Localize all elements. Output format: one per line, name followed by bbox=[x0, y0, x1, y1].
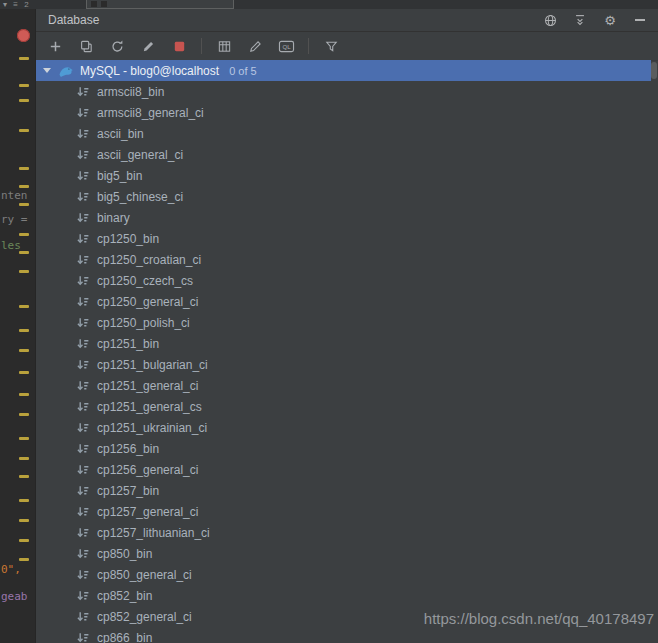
tree-item[interactable]: armscii8_bin bbox=[36, 81, 658, 102]
chevron-down-icon[interactable] bbox=[43, 68, 51, 73]
tree-item[interactable]: cp866_bin bbox=[36, 627, 658, 643]
tree-item[interactable]: cp1250_croatian_ci bbox=[36, 249, 658, 270]
collation-icon bbox=[75, 252, 91, 268]
code-fragment: ry = bbox=[1, 213, 28, 226]
collation-icon bbox=[75, 210, 91, 226]
tree-item-label: big5_bin bbox=[97, 169, 142, 183]
gutter-mark bbox=[19, 185, 29, 188]
tree-item-label: cp1251_bin bbox=[97, 337, 159, 351]
gutter-mark bbox=[19, 413, 29, 416]
gutter-mark bbox=[19, 475, 29, 478]
table-data-icon[interactable] bbox=[215, 37, 233, 55]
tree-item[interactable]: cp1250_bin bbox=[36, 228, 658, 249]
collation-icon bbox=[75, 378, 91, 394]
collation-icon bbox=[75, 567, 91, 583]
tree-item[interactable]: cp850_bin bbox=[36, 543, 658, 564]
titlebar-actions: ⚙ bbox=[542, 9, 648, 31]
tree-item[interactable]: cp1251_ukrainian_ci bbox=[36, 417, 658, 438]
tree-item[interactable]: cp1256_general_ci bbox=[36, 459, 658, 480]
tree-item-label: cp1256_general_ci bbox=[97, 463, 198, 477]
tree-item-label: cp1251_general_ci bbox=[97, 379, 198, 393]
collapse-panel-icon[interactable] bbox=[572, 12, 588, 28]
panel-title: Database bbox=[48, 13, 99, 27]
collation-icon bbox=[75, 105, 91, 121]
stop-icon[interactable] bbox=[170, 37, 188, 55]
tree-item-label: cp1250_croatian_ci bbox=[97, 253, 201, 267]
tree-item[interactable]: cp1250_polish_ci bbox=[36, 312, 658, 333]
tree-item[interactable]: cp852_bin bbox=[36, 585, 658, 606]
collation-icon bbox=[75, 147, 91, 163]
refresh-icon[interactable] bbox=[108, 37, 126, 55]
collation-icon bbox=[75, 525, 91, 541]
tree-item-label: cp1250_polish_ci bbox=[97, 316, 190, 330]
collation-icon bbox=[75, 126, 91, 142]
scrollbar-thumb[interactable] bbox=[651, 62, 657, 79]
duplicate-icon[interactable] bbox=[77, 37, 95, 55]
tree-item-label: cp1257_bin bbox=[97, 484, 159, 498]
collation-icon bbox=[75, 441, 91, 457]
tree-item[interactable]: big5_chinese_ci bbox=[36, 186, 658, 207]
tree-root-mysql[interactable]: MySQL - blog0@localhost 0 of 5 bbox=[36, 60, 651, 81]
schema-count-badge: 0 of 5 bbox=[229, 65, 257, 77]
web-datasource-icon[interactable] bbox=[542, 12, 558, 28]
tree-item[interactable]: cp850_general_ci bbox=[36, 564, 658, 585]
collation-icon bbox=[75, 294, 91, 310]
submit-changes-icon[interactable] bbox=[139, 37, 157, 55]
tree-item[interactable]: cp1250_czech_cs bbox=[36, 270, 658, 291]
settings-gear-icon[interactable]: ⚙ bbox=[602, 12, 618, 28]
collation-icon bbox=[75, 84, 91, 100]
clipped-top-toolbar: ▾ ≡ 2 bbox=[0, 0, 658, 9]
sql-console-icon[interactable]: QL bbox=[277, 37, 295, 55]
minimize-icon[interactable] bbox=[632, 12, 648, 28]
tree-item-label: cp1256_bin bbox=[97, 442, 159, 456]
ide-window: ▾ ≡ 2 ntenry =les0",geab Database bbox=[0, 0, 658, 643]
clipped-icon bbox=[101, 1, 107, 7]
collation-icon bbox=[75, 399, 91, 415]
gutter-mark bbox=[19, 437, 29, 440]
gutter-mark bbox=[19, 305, 29, 308]
database-tree: MySQL - blog0@localhost 0 of 5 armscii8_… bbox=[36, 60, 658, 643]
tree-item-label: cp1251_general_cs bbox=[97, 400, 202, 414]
collation-icon bbox=[75, 357, 91, 373]
tree-item[interactable]: cp1256_bin bbox=[36, 438, 658, 459]
tree-item[interactable]: cp1257_bin bbox=[36, 480, 658, 501]
add-datasource-icon[interactable] bbox=[46, 37, 64, 55]
tree-item[interactable]: cp1257_lithuanian_ci bbox=[36, 522, 658, 543]
collation-icon bbox=[75, 483, 91, 499]
database-toolbar: QL bbox=[36, 32, 658, 61]
code-fragment: les bbox=[1, 239, 21, 252]
tree-item-label: cp866_bin bbox=[97, 631, 152, 643]
tree-item[interactable]: cp1250_general_ci bbox=[36, 291, 658, 312]
editor-strip: ntenry =les0",geab bbox=[0, 9, 36, 643]
tree-item-label: cp850_general_ci bbox=[97, 568, 192, 582]
gutter-mark bbox=[19, 57, 29, 60]
tree-item[interactable]: binary bbox=[36, 207, 658, 228]
tree-item-label: cp1257_general_ci bbox=[97, 505, 198, 519]
tree-item[interactable]: cp1251_general_ci bbox=[36, 375, 658, 396]
tree-item-label: cp1250_general_ci bbox=[97, 295, 198, 309]
tree-item-label: cp1257_lithuanian_ci bbox=[97, 526, 210, 540]
tree-item[interactable]: big5_bin bbox=[36, 165, 658, 186]
tree-item[interactable]: cp1257_general_ci bbox=[36, 501, 658, 522]
gutter-mark bbox=[19, 558, 29, 561]
tree-item[interactable]: cp1251_bulgarian_ci bbox=[36, 354, 658, 375]
tree-item-label: cp1251_bulgarian_ci bbox=[97, 358, 208, 372]
tree-item[interactable]: cp1251_general_cs bbox=[36, 396, 658, 417]
code-fragment: geab bbox=[1, 590, 28, 603]
tree-item[interactable]: armscii8_general_ci bbox=[36, 102, 658, 123]
database-tool-window: Database ⚙ bbox=[36, 9, 658, 643]
filter-funnel-icon[interactable] bbox=[322, 37, 340, 55]
tree-item[interactable]: cp1251_bin bbox=[36, 333, 658, 354]
tree-item-label: cp852_general_ci bbox=[97, 610, 192, 624]
edit-source-icon[interactable] bbox=[246, 37, 264, 55]
code-fragment: nten bbox=[1, 189, 28, 202]
gutter-mark bbox=[19, 393, 29, 396]
tree-item[interactable]: ascii_bin bbox=[36, 123, 658, 144]
collation-icon bbox=[75, 273, 91, 289]
gutter-mark bbox=[19, 519, 29, 522]
gutter-mark bbox=[19, 99, 29, 102]
clipped-icon bbox=[91, 1, 97, 7]
tree-item[interactable]: ascii_general_ci bbox=[36, 144, 658, 165]
datasource-label: MySQL - blog0@localhost bbox=[80, 64, 219, 78]
collation-icon bbox=[75, 315, 91, 331]
